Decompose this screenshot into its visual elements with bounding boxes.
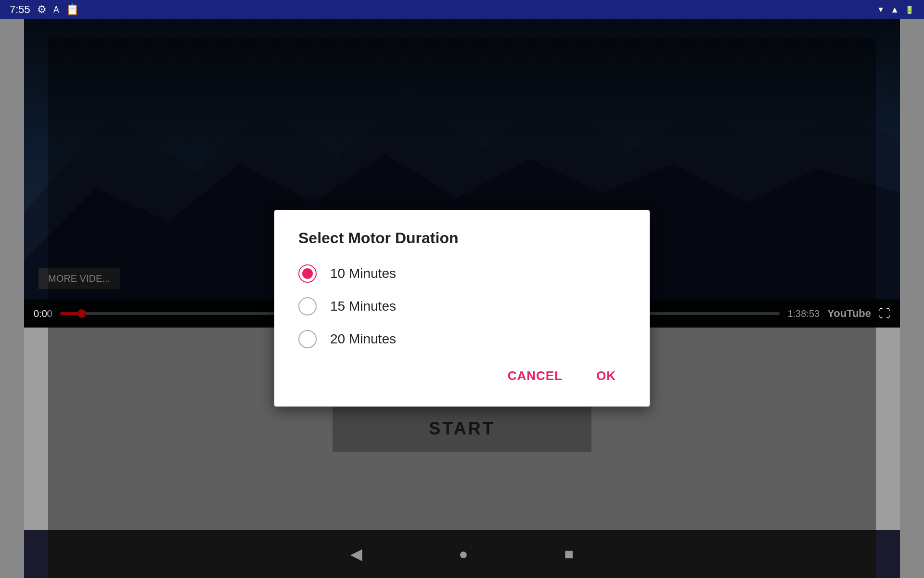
wifi-icon: ▼: [877, 5, 885, 14]
dialog-overlay: Select Motor Duration 10 Minutes 15 Minu…: [48, 39, 876, 578]
clipboard-icon: 📋: [66, 3, 79, 16]
dialog-title: Select Motor Duration: [298, 229, 626, 247]
status-bar: 7:55 ⚙ A 📋 ▼ ▲ 🔋: [0, 0, 924, 19]
ok-button[interactable]: OK: [587, 363, 626, 389]
radio-option-15min[interactable]: 15 Minutes: [298, 297, 626, 315]
settings-icon: ⚙: [37, 3, 47, 16]
radio-option-10min[interactable]: 10 Minutes: [298, 264, 626, 283]
radio-label-20min: 20 Minutes: [330, 331, 396, 347]
dialog-box: Select Motor Duration 10 Minutes 15 Minu…: [274, 210, 650, 407]
radio-circle-20min[interactable]: [298, 330, 317, 348]
radio-label-10min: 10 Minutes: [330, 266, 396, 281]
radio-option-20min[interactable]: 20 Minutes: [298, 330, 626, 348]
fullscreen-icon[interactable]: ⛶: [879, 307, 890, 320]
signal-icon: ▲: [890, 5, 899, 15]
radio-inner-10min: [302, 268, 313, 279]
battery-icon: 🔋: [905, 5, 914, 14]
main-content: MORE VIDE... 0:00 1:38:53 YouTube ⛶ STAR…: [24, 19, 900, 578]
radio-circle-15min[interactable]: [298, 297, 317, 315]
time-display: 7:55: [10, 3, 30, 16]
dialog-actions: CANCEL OK: [298, 363, 626, 389]
cancel-button[interactable]: CANCEL: [498, 363, 572, 389]
radio-label-15min: 15 Minutes: [330, 299, 396, 314]
radio-circle-10min[interactable]: [298, 264, 317, 283]
status-bar-left: 7:55 ⚙ A 📋: [10, 3, 79, 16]
text-icon: A: [53, 5, 59, 15]
status-bar-right: ▼ ▲ 🔋: [877, 5, 914, 15]
